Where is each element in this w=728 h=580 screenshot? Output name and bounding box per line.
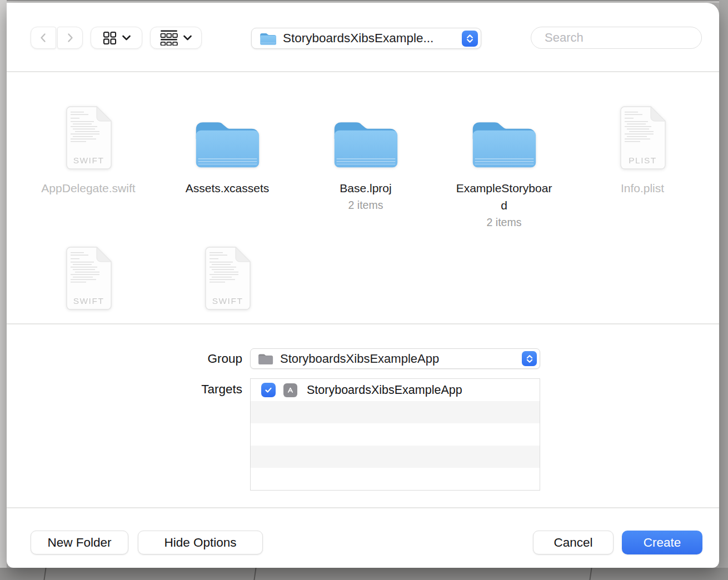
dropdown-stepper-icon — [462, 31, 478, 47]
screen: StoryboardsXibsExample... SWIFT — [0, 0, 728, 580]
empty-row — [251, 401, 540, 423]
file-name: Info.plist — [592, 179, 693, 197]
plist-file-icon: PLIST — [617, 106, 669, 170]
new-folder-button[interactable]: New Folder — [31, 531, 128, 554]
file-item-info-plist[interactable]: PLIST Info.plist — [579, 94, 706, 197]
svg-text:SWIFT: SWIFT — [73, 296, 104, 306]
swift-file-icon: SWIFT — [202, 246, 253, 311]
file-item-swift-2[interactable]: SWIFT — [24, 235, 152, 313]
swift-file-icon: SWIFT — [63, 106, 114, 170]
target-name: StoryboardsXibsExampleApp — [307, 383, 462, 397]
targets-table: StoryboardsXibsExampleApp — [250, 378, 540, 491]
app-target-icon — [283, 383, 297, 397]
svg-text:SWIFT: SWIFT — [73, 156, 104, 165]
targets-label: Targets — [7, 378, 242, 401]
target-row[interactable]: StoryboardsXibsExampleApp — [251, 379, 540, 401]
folder-icon — [470, 116, 538, 170]
divider — [7, 71, 719, 72]
folder-icon — [260, 32, 277, 46]
folder-icon — [258, 353, 273, 365]
folder-icon — [332, 116, 400, 170]
save-file-dialog: StoryboardsXibsExample... SWIFT — [7, 3, 719, 568]
create-button[interactable]: Create — [622, 531, 702, 554]
location-dropdown[interactable]: StoryboardsXibsExample... — [251, 28, 481, 49]
empty-row — [251, 468, 540, 490]
search-input[interactable] — [545, 31, 705, 45]
chevron-right-icon — [64, 32, 76, 44]
location-value: StoryboardsXibsExample... — [283, 31, 462, 46]
target-checkbox[interactable] — [261, 383, 276, 397]
background-mark — [589, 568, 592, 580]
divider — [7, 507, 719, 508]
file-item-count: 2 items — [440, 215, 568, 229]
dropdown-stepper-icon — [522, 351, 537, 366]
hide-options-button[interactable]: Hide Options — [138, 531, 263, 554]
background-mark — [43, 568, 46, 580]
file-name: Base.lproj — [315, 179, 416, 197]
empty-row — [251, 423, 540, 446]
group-dropdown[interactable]: StoryboardsXibsExampleApp — [250, 348, 540, 369]
file-name: ExampleStoryboard — [453, 179, 555, 214]
cancel-button[interactable]: Cancel — [533, 531, 614, 554]
file-item-examplestoryboard[interactable]: ExampleStoryboard 2 items — [440, 94, 568, 229]
folder-icon — [193, 116, 261, 170]
file-item-assets[interactable]: Assets.xcassets — [163, 94, 291, 197]
back-button[interactable] — [31, 27, 56, 49]
background-window-bottom — [0, 568, 728, 580]
background-window-left — [0, 0, 7, 580]
file-item-swift-3[interactable]: SWIFT — [163, 235, 291, 313]
svg-text:PLIST: PLIST — [629, 156, 657, 165]
swift-file-icon: SWIFT — [63, 246, 114, 311]
divider — [7, 323, 719, 324]
background-mark — [253, 568, 256, 580]
grouped-list-icon — [160, 30, 178, 46]
file-name: Assets.xcassets — [177, 179, 278, 197]
file-item-count: 2 items — [302, 198, 430, 212]
file-item-appdelegate[interactable]: SWIFT AppDelegate.swift — [24, 94, 152, 197]
chevron-left-icon — [37, 32, 49, 44]
empty-row — [251, 446, 540, 468]
grid-view-icon — [103, 31, 117, 45]
chevron-down-icon — [183, 35, 192, 41]
background-window-right — [719, 0, 728, 580]
icon-view-button[interactable] — [91, 27, 142, 49]
search-field[interactable] — [531, 27, 702, 49]
group-view-button[interactable] — [150, 27, 202, 49]
forward-button[interactable] — [57, 27, 83, 49]
svg-text:SWIFT: SWIFT — [212, 296, 243, 306]
group-label: Group — [7, 348, 242, 369]
file-name: AppDelegate.swift — [38, 179, 139, 197]
chevron-down-icon — [122, 35, 131, 41]
file-item-base-lproj[interactable]: Base.lproj 2 items — [302, 94, 430, 212]
group-value: StoryboardsXibsExampleApp — [280, 352, 522, 366]
checkmark-icon — [263, 385, 273, 395]
